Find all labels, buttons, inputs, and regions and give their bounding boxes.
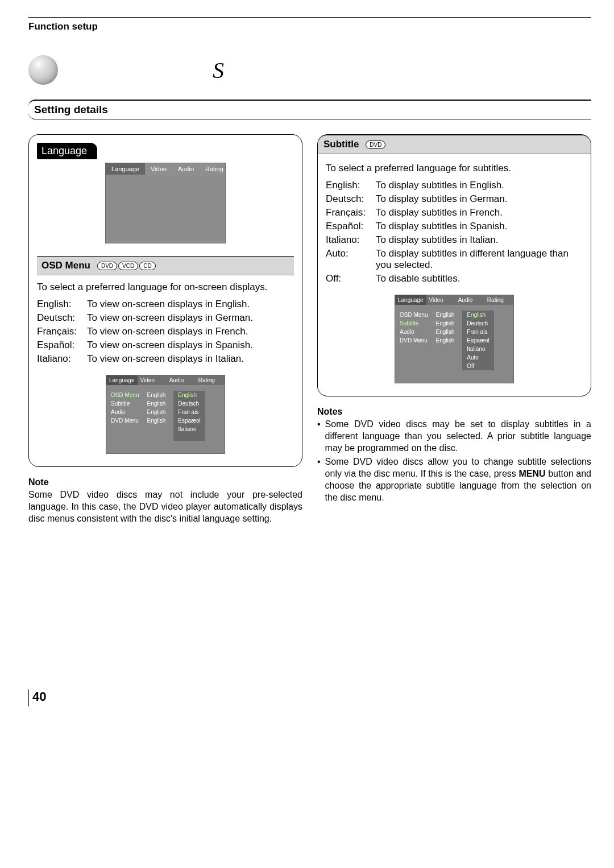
mini-row: Subtitle bbox=[111, 399, 139, 408]
subtitle-header: Subtitle DVD bbox=[318, 135, 591, 154]
mini-opt: Deutsch bbox=[467, 319, 489, 328]
opt-val: To view on-screen displays in English. bbox=[87, 299, 294, 310]
opt-val: To view on-screen displays in French. bbox=[87, 326, 294, 337]
sphere-icon bbox=[28, 55, 58, 85]
opt-key: Off: bbox=[326, 273, 372, 284]
mini-tab: Audio bbox=[455, 295, 484, 305]
mini-val: English bbox=[147, 391, 165, 399]
opt-val: To view on-screen displays in German. bbox=[87, 312, 294, 324]
notes-heading: Notes bbox=[317, 407, 591, 417]
mini-tab: Video bbox=[138, 375, 167, 385]
title-row: S bbox=[28, 55, 591, 85]
disc-pill-dvd: DVD bbox=[366, 140, 385, 149]
osd-preview-right: Language Video Audio Rating OSD Menu Sub… bbox=[395, 295, 514, 383]
opt-key: Italiano: bbox=[326, 234, 372, 246]
opt-val: To view on-screen displays in Italian. bbox=[87, 353, 294, 365]
subtitle-options: English:To display subtitles in English.… bbox=[326, 180, 583, 284]
opt-key: Auto: bbox=[326, 248, 372, 271]
opt-val: To disable subtitles. bbox=[376, 273, 583, 284]
mini-opt: Espaæol bbox=[178, 416, 200, 425]
mini-tab: Rating bbox=[196, 375, 225, 385]
language-panel: Language Language Video Audio Rating OSD… bbox=[28, 134, 302, 467]
mini-val: English bbox=[147, 399, 165, 408]
mini-row: OSD Menu bbox=[400, 311, 428, 319]
osd-menu-options: English:To view on-screen displays in En… bbox=[37, 299, 294, 365]
mini-opt: English bbox=[178, 391, 200, 399]
mini-val: English bbox=[435, 328, 454, 336]
osd-menu-label: OSD Menu bbox=[42, 260, 90, 271]
mini-row: DVD Menu bbox=[111, 416, 139, 425]
opt-key: Français: bbox=[326, 207, 372, 218]
opt-key: Deutsch: bbox=[37, 312, 84, 324]
mini-opt: Off bbox=[467, 362, 489, 370]
setting-details-bar: Setting details bbox=[28, 100, 591, 119]
opt-key: English: bbox=[326, 180, 372, 191]
mini-row: Subtitle bbox=[400, 319, 428, 328]
mini-tab: Video bbox=[426, 295, 455, 305]
mini-tab-audio: Audio bbox=[172, 163, 200, 175]
opt-val: To display subtitles in French. bbox=[376, 207, 583, 218]
mini-tab: Rating bbox=[484, 295, 513, 305]
opt-key: Français: bbox=[37, 326, 84, 337]
language-tab: Language bbox=[37, 143, 97, 159]
mini-row: DVD Menu bbox=[400, 336, 428, 345]
opt-val: To view on-screen displays in Spanish. bbox=[87, 340, 294, 351]
mini-row: OSD Menu bbox=[111, 391, 139, 399]
mini-row: Audio bbox=[400, 328, 428, 336]
mini-opt: Italiano bbox=[178, 425, 200, 433]
notes-list: Some DVD video discs may be set to displ… bbox=[317, 419, 591, 504]
mini-tab-rating: Rating bbox=[200, 163, 229, 175]
subtitle-panel: Subtitle DVD To select a preferred langu… bbox=[317, 134, 591, 396]
page-footer: 40 bbox=[28, 689, 591, 706]
opt-key: Italiano: bbox=[37, 353, 84, 365]
opt-val: To display subtitles in different langua… bbox=[376, 248, 583, 271]
disc-pill-cd: CD bbox=[139, 262, 155, 270]
mini-row: Audio bbox=[111, 408, 139, 416]
osd-menu-desc: To select a preferred language for on-sc… bbox=[37, 281, 294, 294]
mini-val: English bbox=[147, 416, 165, 425]
mini-opt: Auto bbox=[467, 353, 489, 362]
page-title-initial: S bbox=[213, 57, 224, 84]
mini-val: English bbox=[435, 311, 454, 319]
opt-key: English: bbox=[37, 299, 84, 310]
mini-tab-video: Video bbox=[145, 163, 172, 175]
mini-opt: Fran ais bbox=[178, 408, 200, 416]
opt-val: To display subtitles in English. bbox=[376, 180, 583, 191]
mini-opt: English bbox=[467, 311, 489, 319]
subtitle-label: Subtitle bbox=[323, 139, 359, 150]
opt-val: To display subtitles in German. bbox=[376, 193, 583, 205]
mini-val: English bbox=[435, 319, 454, 328]
mini-val: English bbox=[435, 336, 454, 345]
opt-key: Español: bbox=[326, 221, 372, 232]
opt-key: Español: bbox=[37, 340, 84, 351]
note-text: Some DVD video discs may not include you… bbox=[28, 489, 302, 524]
note-heading: Note bbox=[28, 477, 302, 487]
subtitle-desc: To select a preferred language for subti… bbox=[326, 162, 583, 175]
mini-tab: Language bbox=[106, 375, 138, 385]
opt-val: To display subtitles in Spanish. bbox=[376, 221, 583, 232]
opt-key: Deutsch: bbox=[326, 193, 372, 205]
note-item: Some DVD video discs allow you to change… bbox=[325, 456, 591, 503]
right-column: Subtitle DVD To select a preferred langu… bbox=[317, 134, 591, 524]
mini-tab: Audio bbox=[167, 375, 196, 385]
left-column: Language Language Video Audio Rating OSD… bbox=[28, 134, 302, 524]
disc-pill-vcd: VCD bbox=[118, 262, 138, 270]
section-heading: Function setup bbox=[28, 17, 591, 36]
mini-tab: Language bbox=[395, 295, 426, 305]
mini-val: English bbox=[147, 408, 165, 416]
osd-menu-header: OSD Menu DVD VCD CD bbox=[37, 256, 294, 275]
mini-opt: Espaæol bbox=[467, 336, 489, 345]
osd-preview-bottom-left: Language Video Audio Rating OSD Menu Sub… bbox=[106, 375, 225, 454]
osd-preview-top: Language Video Audio Rating bbox=[105, 163, 226, 243]
disc-pill-dvd: DVD bbox=[97, 262, 117, 270]
mini-opt: Fran ais bbox=[467, 328, 489, 336]
mini-opt: Deutsch bbox=[178, 399, 200, 408]
opt-val: To display subtitles in Italian. bbox=[376, 234, 583, 246]
page-number: 40 bbox=[32, 689, 46, 704]
mini-opt: Italiano bbox=[467, 345, 489, 353]
mini-tab-language: Language bbox=[106, 163, 145, 175]
note-item: Some DVD video discs may be set to displ… bbox=[325, 419, 591, 454]
